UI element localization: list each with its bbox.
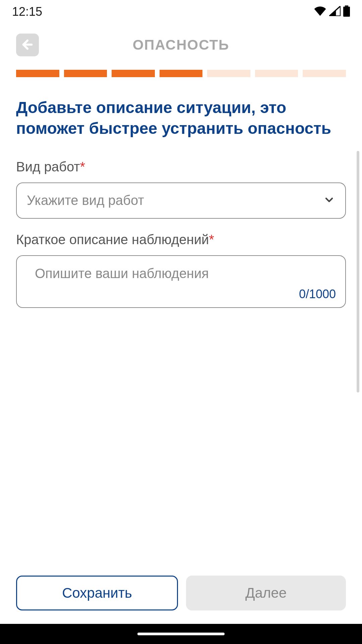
work-type-label-text: Вид работ <box>16 159 80 174</box>
arrow-left-icon <box>20 38 35 53</box>
work-type-label: Вид работ* <box>16 159 346 174</box>
progress-segment <box>16 70 59 77</box>
battery-icon <box>343 5 350 18</box>
footer-buttons: Сохранить Далее <box>0 576 362 624</box>
save-button[interactable]: Сохранить <box>16 576 178 610</box>
progress-bar <box>0 63 362 84</box>
status-icons <box>314 5 350 18</box>
progress-segment <box>303 70 346 77</box>
progress-segment <box>160 70 203 77</box>
wifi-icon <box>314 6 326 17</box>
work-type-select[interactable]: Укажите вид работ <box>16 182 346 219</box>
progress-segment <box>207 70 250 77</box>
svg-rect-0 <box>345 5 348 6</box>
progress-segment <box>64 70 107 77</box>
page-title: ОПАСНОСТЬ <box>133 37 230 53</box>
description-field-group: Краткое описание наблюдений* Опишите ваш… <box>16 232 346 308</box>
required-mark: * <box>80 159 85 174</box>
description-label: Краткое описание наблюдений* <box>16 232 346 247</box>
progress-segment <box>255 70 298 77</box>
content-area: Добавьте описание ситуации, это поможет … <box>0 84 362 576</box>
work-type-placeholder: Укажите вид работ <box>27 193 144 208</box>
required-mark: * <box>209 232 214 247</box>
back-button[interactable] <box>16 34 39 56</box>
header: ОПАСНОСТЬ <box>0 23 362 63</box>
description-label-text: Краткое описание наблюдений <box>16 232 209 247</box>
description-placeholder: Опишите ваши наблюдения <box>35 266 336 281</box>
status-time: 12:15 <box>12 5 42 19</box>
description-heading: Добавьте описание ситуации, это поможет … <box>16 97 346 139</box>
chevron-down-icon <box>323 194 335 207</box>
svg-rect-1 <box>343 7 350 17</box>
scroll-indicator[interactable] <box>357 151 359 392</box>
char-counter: 0/1000 <box>299 287 336 301</box>
status-bar: 12:15 <box>0 0 362 23</box>
work-type-field-group: Вид работ* Укажите вид работ <box>16 159 346 219</box>
progress-segment <box>112 70 155 77</box>
description-textarea[interactable]: Опишите ваши наблюдения 0/1000 <box>16 255 346 308</box>
nav-handle[interactable] <box>137 633 225 635</box>
next-button[interactable]: Далее <box>186 576 346 610</box>
nav-bar <box>0 624 362 644</box>
cellular-icon <box>329 6 341 17</box>
